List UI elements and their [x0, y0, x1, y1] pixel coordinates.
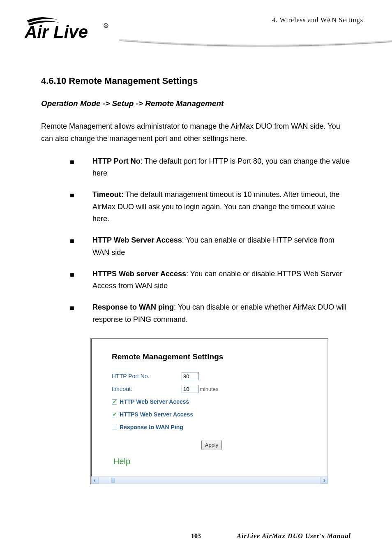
airlive-logo: Air Live R	[25, 12, 115, 45]
checkbox-icon[interactable]	[112, 425, 117, 430]
bullet-https-web: HTTPS Web server Access: You can enable …	[70, 268, 351, 292]
bullet-timeout: Timeout: The default management timeout …	[70, 189, 351, 225]
section-label: 4. Wireless and WAN Settings	[272, 16, 363, 24]
bullet-term: HTTP Web Server Access	[92, 236, 182, 244]
breadcrumb-path: Operation Mode -> Setup -> Remote Manage…	[41, 98, 351, 110]
panel-title: Remote Management Settings	[112, 351, 311, 363]
http-web-checkbox-row[interactable]: ✔ HTTP Web Server Access	[112, 398, 311, 406]
bullet-http-port: HTTP Port No: The default port for HTTP …	[70, 155, 351, 180]
scroll-thumb[interactable]	[111, 478, 115, 483]
bullet-desc: The default management timeout is 10 min…	[92, 190, 340, 223]
horizontal-scrollbar[interactable]	[91, 476, 328, 484]
checkbox-icon[interactable]: ✔	[112, 412, 117, 417]
content-area: 4.6.10 Remote Management Settings Operat…	[0, 49, 392, 485]
bullet-list: HTTP Port No: The default port for HTTP …	[41, 155, 351, 326]
checkbox-label: HTTP Web Server Access	[120, 398, 189, 406]
header-divider-swoosh	[119, 39, 392, 51]
bullet-http-web: HTTP Web Server Access: You can enable o…	[70, 234, 351, 259]
svg-text:Air Live: Air Live	[25, 22, 88, 42]
bullet-term: HTTPS Web server Access	[92, 270, 186, 278]
scroll-track[interactable]	[99, 477, 321, 484]
scroll-right-button[interactable]	[321, 477, 328, 484]
wan-ping-checkbox-row[interactable]: Response to WAN Ping	[112, 423, 311, 432]
manual-title: AirLive AirMax DUO User's Manual	[237, 532, 351, 540]
http-port-label: HTTP Port No.:	[112, 372, 182, 381]
timeout-row: timeout: minutes	[112, 385, 311, 393]
remote-management-panel: Remote Management Settings HTTP Port No.…	[90, 338, 329, 485]
page-header: Air Live R 4. Wireless and WAN Settings	[0, 0, 392, 49]
bullet-term: Response to WAN ping	[92, 303, 174, 311]
help-link[interactable]: Help	[113, 455, 311, 467]
timeout-unit: minutes	[200, 385, 219, 393]
bullet-term: Timeout:	[92, 190, 124, 199]
timeout-label: timeout:	[112, 385, 182, 393]
http-port-input[interactable]	[182, 372, 199, 380]
intro-paragraph: Remote Management allows administrator t…	[41, 120, 351, 145]
page-number: 103	[191, 532, 201, 540]
timeout-input[interactable]	[182, 385, 199, 393]
bullet-wan-ping: Response to WAN ping: You can disable or…	[70, 301, 351, 326]
checkbox-label: Response to WAN Ping	[120, 423, 183, 432]
bullet-term: HTTP Port No	[92, 157, 141, 165]
checkbox-label: HTTPS Web Server Access	[120, 410, 193, 419]
http-port-row: HTTP Port No.:	[112, 372, 311, 381]
apply-button[interactable]: Apply	[201, 440, 222, 451]
checkbox-icon[interactable]: ✔	[112, 399, 117, 405]
svg-text:R: R	[105, 25, 107, 28]
scroll-left-button[interactable]	[91, 477, 99, 484]
section-heading: 4.6.10 Remote Management Settings	[41, 74, 351, 88]
https-web-checkbox-row[interactable]: ✔ HTTPS Web Server Access	[112, 410, 311, 419]
